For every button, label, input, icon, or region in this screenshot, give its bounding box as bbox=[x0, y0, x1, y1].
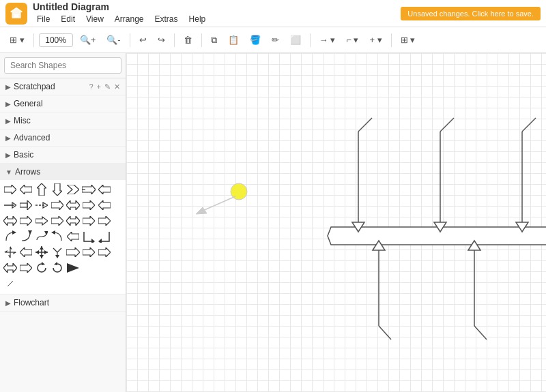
arrow-fat-left[interactable] bbox=[97, 198, 112, 213]
paste-btn[interactable]: 📋 bbox=[224, 32, 243, 48]
menu-arrange[interactable]: Arrange bbox=[111, 13, 148, 25]
shapes-list: ▶ Scratchpad ? + ✎ ✕ ▶ General bbox=[0, 78, 126, 392]
horizontal-arrow-shape[interactable] bbox=[328, 227, 546, 245]
arrows-header[interactable]: ▼ Arrows bbox=[0, 164, 126, 180]
scratchpad-edit-icon[interactable]: ✎ bbox=[104, 82, 111, 91]
stroke-btn[interactable]: ✏ bbox=[268, 32, 283, 48]
menu-view[interactable]: View bbox=[82, 13, 108, 25]
svg-marker-42 bbox=[40, 246, 44, 250]
arrow-block[interactable] bbox=[18, 198, 33, 213]
sep6 bbox=[391, 33, 392, 47]
scratchpad-help-icon[interactable]: ? bbox=[89, 82, 93, 91]
unsaved-changes-button[interactable]: Unsaved changes. Click here to save. bbox=[401, 7, 541, 20]
general-arrow: ▶ bbox=[5, 100, 11, 108]
arrow-right-4[interactable] bbox=[34, 213, 49, 228]
undo-btn[interactable]: ↩ bbox=[135, 32, 151, 48]
toolbar: ⊞ ▾ 100% 🔍+ 🔍- ↩ ↪ 🗑 ⧉ 📋 🪣 ✏ ⬜ → ▾ ⌐ ▾ +… bbox=[0, 27, 546, 53]
arrow-right-6[interactable] bbox=[81, 213, 96, 228]
scratchpad-close-icon[interactable]: ✕ bbox=[114, 82, 120, 91]
tooltip-line bbox=[201, 196, 235, 211]
menu-help[interactable]: Help bbox=[185, 13, 210, 25]
arrow-curve-right[interactable] bbox=[3, 229, 18, 244]
arrow-corner-right[interactable] bbox=[81, 229, 96, 244]
arrow-right-10[interactable] bbox=[18, 260, 33, 275]
flowchart-header[interactable]: ▶ Flowchart bbox=[0, 295, 126, 311]
copy-btn[interactable]: ⧉ bbox=[207, 32, 221, 48]
arrow-right-3[interactable] bbox=[18, 213, 33, 228]
svg-marker-56 bbox=[54, 262, 57, 265]
svg-marker-15 bbox=[51, 200, 63, 210]
general-label: General bbox=[14, 99, 43, 108]
arrow-right-5[interactable] bbox=[50, 213, 65, 228]
arrow-diagonal[interactable]: ⟋ bbox=[3, 276, 18, 291]
arrow-left-right-4[interactable] bbox=[3, 260, 18, 275]
arrow-rotate-right[interactable] bbox=[34, 260, 49, 275]
search-input[interactable] bbox=[4, 57, 121, 74]
svg-marker-31 bbox=[91, 239, 95, 243]
arrow-left-right[interactable] bbox=[66, 198, 81, 213]
arrow-4way[interactable] bbox=[3, 245, 18, 260]
delete-btn[interactable]: 🗑 bbox=[179, 32, 197, 48]
arrow-filled[interactable] bbox=[66, 260, 81, 275]
arrow-left-block[interactable] bbox=[18, 245, 33, 260]
table-btn[interactable]: ⊞ ▾ bbox=[397, 32, 420, 48]
arrow-fat-right-2[interactable] bbox=[66, 245, 81, 260]
arrow-dashed[interactable] bbox=[34, 198, 49, 213]
title-section: Untitled Diagram File Edit View Arrange … bbox=[33, 1, 210, 25]
arrow-left[interactable] bbox=[18, 182, 33, 197]
arrow-right-8[interactable] bbox=[81, 245, 96, 260]
advanced-header[interactable]: ▶ Advanced bbox=[0, 130, 126, 146]
arrow-corner-left[interactable] bbox=[97, 229, 112, 244]
shape-btn[interactable]: ⬜ bbox=[286, 32, 305, 48]
arrow-right-thin[interactable] bbox=[3, 198, 18, 213]
section-arrows: ▼ Arrows bbox=[0, 164, 126, 295]
arrow-reverse-curve[interactable] bbox=[50, 229, 65, 244]
zoom-out-btn[interactable]: 🔍- bbox=[102, 32, 124, 48]
zoom-display[interactable]: 100% bbox=[39, 33, 73, 47]
scratchpad-header[interactable]: ▶ Scratchpad ? + ✎ ✕ bbox=[0, 78, 126, 95]
menu-extras[interactable]: Extras bbox=[151, 13, 182, 25]
basic-header[interactable]: ▶ Basic bbox=[0, 147, 126, 163]
general-header[interactable]: ▶ General bbox=[0, 95, 126, 112]
arrow-right-box[interactable] bbox=[50, 198, 65, 213]
svg-marker-50 bbox=[66, 247, 80, 257]
svg-marker-45 bbox=[44, 250, 48, 254]
menu-bar: File Edit View Arrange Extras Help bbox=[33, 13, 210, 25]
arrow-chevron-right[interactable] bbox=[66, 182, 81, 197]
fill-btn[interactable]: 🪣 bbox=[246, 32, 265, 48]
arrow-rotate-left[interactable] bbox=[50, 260, 65, 275]
svg-marker-3 bbox=[37, 183, 46, 196]
arrow-fat-right[interactable] bbox=[81, 198, 96, 213]
arrow-right[interactable] bbox=[3, 182, 18, 197]
insert-btn[interactable]: + ▾ bbox=[365, 32, 386, 48]
basic-arrow: ▶ bbox=[5, 151, 11, 159]
svg-marker-55 bbox=[42, 262, 45, 265]
arrow-left-2[interactable] bbox=[97, 182, 112, 197]
misc-header[interactable]: ▶ Misc bbox=[0, 112, 126, 129]
arrow-4way-2[interactable] bbox=[34, 245, 49, 260]
svg-marker-24 bbox=[83, 216, 95, 226]
arrow-double[interactable] bbox=[81, 182, 96, 197]
arrow-down[interactable] bbox=[50, 182, 65, 197]
menu-edit[interactable]: Edit bbox=[57, 13, 79, 25]
app-icon bbox=[5, 3, 27, 25]
waypoint-btn[interactable]: ⌐ ▾ bbox=[342, 32, 362, 48]
arrow-left-right-3[interactable] bbox=[66, 213, 81, 228]
connector-btn[interactable]: → ▾ bbox=[315, 32, 340, 48]
scratchpad-add-icon[interactable]: + bbox=[97, 82, 101, 91]
zoom-in-btn[interactable]: 🔍+ bbox=[76, 32, 100, 48]
arrow-merge[interactable] bbox=[50, 245, 65, 260]
redo-btn[interactable]: ↪ bbox=[154, 32, 169, 48]
arrow-up[interactable] bbox=[34, 182, 49, 197]
arrow-right-7[interactable] bbox=[97, 213, 112, 228]
svg-marker-39 bbox=[20, 247, 32, 257]
format-button[interactable]: ⊞ ▾ bbox=[5, 32, 29, 48]
sep1 bbox=[33, 33, 34, 47]
arrow-left-right-2[interactable] bbox=[3, 213, 18, 228]
canvas-area[interactable]: ‹ bbox=[126, 53, 546, 392]
arrow-left-fat-2[interactable] bbox=[66, 229, 81, 244]
menu-file[interactable]: File bbox=[33, 13, 54, 25]
arrow-s-right[interactable] bbox=[34, 229, 49, 244]
arrow-curve-up[interactable] bbox=[18, 229, 33, 244]
arrow-right-9[interactable] bbox=[97, 245, 112, 260]
